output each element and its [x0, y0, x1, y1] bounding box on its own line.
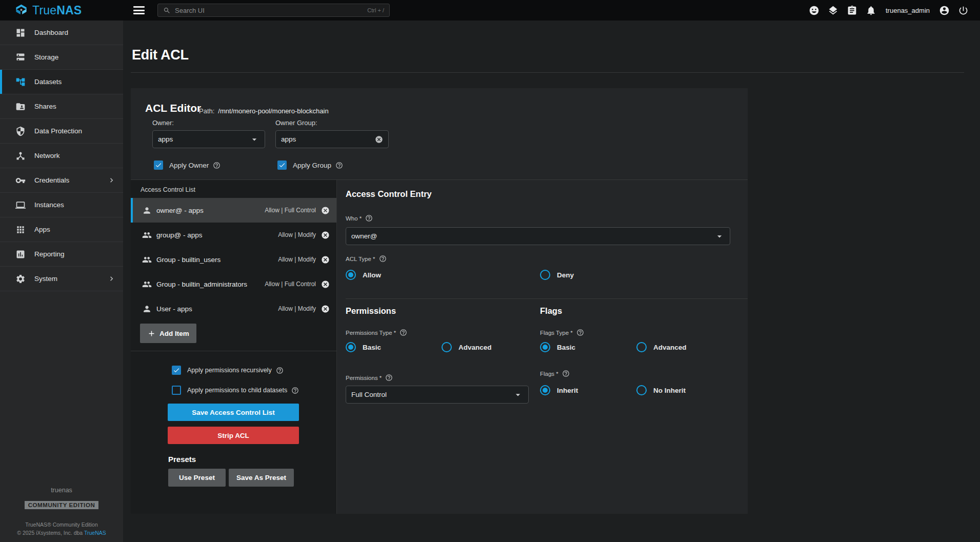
storage-icon [15, 52, 26, 63]
hostname-label: truenas [51, 487, 72, 494]
permissions-label: Permissions * [346, 374, 393, 382]
sidebar-item-apps[interactable]: Apps [0, 217, 123, 242]
delete-entry-icon[interactable] [321, 305, 330, 313]
jobs-clipboard-icon[interactable] [847, 5, 857, 16]
sidebar-item-instances[interactable]: Instances [0, 193, 123, 217]
copyright-label: © 2025 iXsystems, Inc. dba TrueNAS [17, 530, 106, 536]
clear-icon[interactable] [375, 135, 383, 144]
presets-title: Presets [168, 455, 196, 464]
acl-entry-row[interactable]: group@ - apps Allow | Modify [131, 223, 336, 247]
apply-owner-row: Apply Owner [154, 160, 221, 170]
help-icon[interactable] [576, 329, 584, 336]
sidebar-item-reporting[interactable]: Reporting [0, 242, 123, 267]
truenas-logo-text: TrueNAS [32, 4, 82, 17]
page-title: Edit ACL [132, 47, 189, 63]
topbar: TrueNAS Ctrl + / truenas_admin [0, 0, 980, 21]
section-divider [131, 179, 748, 180]
apply-to-children-checkbox[interactable] [172, 386, 181, 395]
ix-systems-stack-icon[interactable] [828, 5, 838, 16]
flags-inherit-radio[interactable]: Inherit [540, 385, 578, 395]
search-bar[interactable]: Ctrl + / [157, 4, 390, 17]
help-icon[interactable] [291, 387, 299, 394]
system-icon [15, 274, 26, 284]
apply-owner-checkbox[interactable] [154, 160, 163, 170]
sidebar-item-credentials[interactable]: Credentials [0, 168, 123, 193]
search-input[interactable] [175, 7, 367, 14]
sidebar-item-dashboard[interactable]: Dashboard [0, 21, 123, 45]
strip-acl-button[interactable]: Strip ACL [168, 427, 299, 444]
permissions-type-label: Permissions Type * [346, 329, 407, 336]
delete-entry-icon[interactable] [321, 280, 330, 289]
entry-divider [346, 298, 748, 299]
sidebar-item-datasets[interactable]: Datasets [0, 70, 123, 94]
sidebar-item-shares[interactable]: Shares [0, 94, 123, 119]
dashboard-icon [15, 28, 26, 38]
save-acl-button[interactable]: Save Access Control List [168, 404, 299, 421]
acl-editor-title: ACL Editor [145, 102, 201, 114]
delete-entry-icon[interactable] [321, 206, 330, 215]
flags-no-inherit-radio[interactable]: No Inherit [636, 385, 686, 395]
flags-type-advanced-radio[interactable]: Advanced [636, 342, 687, 352]
acl-list-title: Access Control List [141, 186, 195, 193]
acl-entry-row[interactable]: Group - builtin_administrators Allow | F… [131, 272, 336, 296]
menu-icon[interactable] [133, 6, 145, 14]
delete-entry-icon[interactable] [321, 231, 330, 239]
group-icon [142, 230, 152, 240]
help-icon[interactable] [365, 214, 373, 222]
group-icon [142, 255, 152, 265]
help-icon[interactable] [385, 374, 393, 382]
shares-icon [15, 102, 26, 112]
truenas-logo[interactable]: TrueNAS [14, 0, 82, 21]
power-icon[interactable] [958, 5, 969, 16]
dataset-path-value: /mnt/monero-pool/monero-blockchain [218, 107, 328, 115]
owner-select[interactable]: apps [152, 130, 265, 148]
apply-group-row: Apply Group [277, 160, 343, 170]
alerts-bell-icon[interactable] [866, 5, 876, 16]
permissions-select[interactable]: Full Control [346, 386, 529, 404]
help-icon[interactable] [562, 370, 570, 377]
use-preset-button[interactable]: Use Preset [168, 469, 226, 487]
permissions-type-basic-radio[interactable]: Basic [346, 342, 381, 352]
sidebar-item-data-protection[interactable]: Data Protection [0, 119, 123, 144]
flags-label: Flags * [540, 370, 570, 377]
sidebar-item-network[interactable]: Network [0, 144, 123, 168]
credentials-icon [15, 175, 26, 186]
sidebar-footer: truenas COMMUNITY EDITION TrueNAS® Commu… [0, 487, 123, 536]
acl-entry-row[interactable]: Group - builtin_users Allow | Modify [131, 247, 336, 272]
list-divider [131, 351, 336, 351]
acl-entry-row[interactable]: owner@ - apps Allow | Full Control [131, 198, 336, 223]
truenas-link[interactable]: TrueNAS [84, 530, 106, 536]
owner-group-input[interactable]: apps [275, 130, 389, 148]
help-icon[interactable] [213, 162, 221, 169]
product-label: TrueNAS® Community Edition [25, 521, 98, 528]
delete-entry-icon[interactable] [321, 255, 330, 264]
acl-type-deny-radio[interactable]: Deny [540, 270, 574, 280]
sidebar-item-system[interactable]: System [0, 267, 123, 291]
owner-label: Owner: [152, 119, 174, 127]
permissions-title: Permissions [346, 306, 396, 316]
acl-type-allow-radio[interactable]: Allow [346, 270, 381, 280]
help-icon[interactable] [335, 162, 343, 169]
apply-group-checkbox[interactable] [277, 160, 287, 170]
chevron-right-icon [107, 274, 116, 283]
acl-entry-row[interactable]: User - apps Allow | Modify [131, 296, 336, 321]
help-icon[interactable] [399, 329, 407, 336]
save-as-preset-button[interactable]: Save As Preset [229, 469, 294, 487]
dropdown-arrow-icon [513, 390, 523, 400]
add-item-button[interactable]: Add Item [140, 324, 196, 343]
person-icon [142, 206, 152, 215]
feedback-smiley-icon[interactable] [809, 5, 819, 16]
flags-type-basic-radio[interactable]: Basic [540, 342, 575, 352]
permissions-type-advanced-radio[interactable]: Advanced [442, 342, 492, 352]
dropdown-arrow-icon [249, 134, 259, 145]
who-select[interactable]: owner@ [346, 227, 730, 245]
apply-recursively-checkbox[interactable] [172, 366, 181, 375]
title-divider [131, 72, 964, 73]
sidebar-item-storage[interactable]: Storage [0, 45, 123, 70]
user-avatar-icon[interactable] [939, 5, 950, 16]
chevron-right-icon [107, 176, 116, 185]
truenas-logo-icon [14, 4, 28, 17]
help-icon[interactable] [276, 367, 284, 374]
help-icon[interactable] [379, 255, 387, 263]
person-icon [142, 304, 152, 314]
